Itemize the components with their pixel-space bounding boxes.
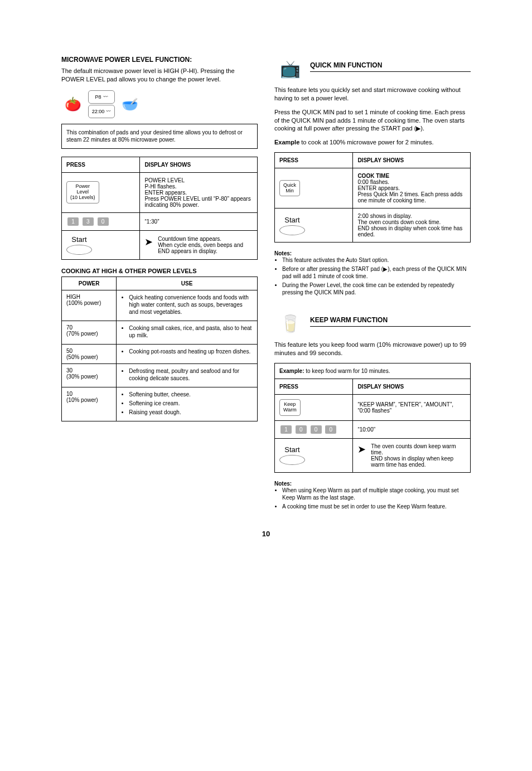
start-button: Start	[279, 216, 305, 235]
table-row: Keep Warm “KEEP WARM”, “ENTER”, “AMOUNT”…	[275, 394, 471, 420]
display-cell: COOK TIME 0:00 flashes. ENTER appears. P…	[353, 168, 471, 208]
power-level-button: Power Level (10 Levels)	[66, 181, 99, 203]
table-row: HIGH (100% power) Quick heating convenie…	[62, 290, 258, 321]
quick-min-intro: This feature lets you quickly set and st…	[274, 86, 471, 103]
keep-warm-notes: Notes: When using Keep Warm as part of m…	[274, 481, 471, 510]
notes-label: Notes:	[274, 250, 292, 256]
bowl-icon: 🥣	[118, 96, 142, 113]
th-power: POWER	[62, 277, 117, 290]
th-display: DISPLAY SHOWS	[353, 153, 471, 168]
p8-display: P8 〰	[88, 90, 115, 104]
press-cell: Keep Warm	[275, 394, 353, 420]
notes-label: Notes:	[274, 481, 292, 487]
keep-warm-button: Keep Warm	[279, 399, 301, 416]
press-cell: Quick Min	[275, 168, 353, 208]
th-press: PRESS	[275, 379, 353, 394]
note-item: Before or after pressing the START pad (…	[282, 265, 471, 280]
use-cell: Quick heating convenience foods and food…	[117, 290, 258, 321]
tomato-icon: 🍅	[61, 96, 85, 113]
table-row: Power Level (10 Levels) POWER LEVEL P-HI…	[62, 172, 258, 212]
table-row: 70 (70% power) Cooking small cakes, rice…	[62, 321, 258, 344]
th-use: USE	[117, 277, 258, 290]
display-cell: POWER LEVEL P-HI flashes. ENTER appears.…	[140, 172, 258, 212]
display-cell: ➤ Countdown time appears. When cycle end…	[140, 230, 258, 259]
press-cell: 1 3 0	[62, 212, 140, 230]
note-item: During the Power Level, the cook time ca…	[282, 282, 471, 296]
note-item: When using Keep Warm as part of multiple…	[282, 487, 471, 501]
keep-warm-title: KEEP WARM FUNCTION	[310, 316, 388, 324]
power-cell: 30 (30% power)	[62, 363, 117, 387]
left-column: MICROWAVE POWER LEVEL FUNCTION: The defa…	[61, 56, 258, 512]
play-arrow-icon: ➤	[357, 444, 366, 455]
quick-min-header: 📺 QUICK MIN FUNCTION	[274, 56, 471, 81]
th-display: DISPLAY SHOWS	[353, 379, 471, 394]
numpad-key: 1	[67, 217, 79, 226]
power-cell: 70 (70% power)	[62, 321, 117, 344]
press-cell: Start	[62, 230, 140, 259]
steam-icon: 〰	[106, 109, 111, 114]
hot-cup-icon: 🥛	[274, 311, 306, 336]
table-row: 50 (50% power) Cooking pot-roasts and he…	[62, 344, 258, 363]
press-cell: Start	[275, 438, 353, 472]
numpad-key: 1	[280, 425, 292, 434]
power-level-intro: The default microwave power level is HIG…	[61, 67, 258, 84]
table-row: 10 (10% power) Softening butter, cheese.…	[62, 387, 258, 421]
table-row: Quick Min COOK TIME 0:00 flashes. ENTER …	[275, 168, 471, 208]
th-display: DISPLAY SHOWS	[140, 157, 258, 172]
keep-warm-step-table: Example: to keep food warm for 10 minute…	[274, 363, 471, 473]
press-cell: Start	[275, 208, 353, 243]
quick-min-intro2: Press the QUICK MIN pad to set 1 minute …	[274, 108, 471, 133]
press-cell: 1 0 0 0	[275, 420, 353, 438]
display-cell: “1:30”	[140, 212, 258, 230]
use-cell: Softening butter, cheese. Softening ice …	[117, 387, 258, 421]
power-cell: 50 (50% power)	[62, 344, 117, 363]
use-cell: Cooking small cakes, rice, and pasta, al…	[117, 321, 258, 344]
display-cell: 2:00 shows in display. The oven counts d…	[353, 208, 471, 243]
power-illustration: 🍅 P8 〰 22:00 〰 🥣	[61, 89, 258, 119]
power-level-title: MICROWAVE POWER LEVEL FUNCTION:	[61, 56, 258, 64]
play-arrow-icon: ➤	[144, 236, 153, 248]
numpad-key: 0	[311, 425, 322, 434]
table-row: 1 0 0 0 “10:00”	[275, 420, 471, 438]
time-display: 22:00 〰	[88, 105, 115, 118]
display-cell: “10:00”	[353, 420, 471, 438]
keep-warm-intro: This feature lets you keep food warm (10…	[274, 341, 471, 357]
power-cell: 10 (10% power)	[62, 387, 117, 421]
display-cell: “KEEP WARM”, “ENTER”, “AMOUNT”, “0:00 fl…	[353, 394, 471, 420]
display-stack: P8 〰 22:00 〰	[88, 89, 115, 119]
power-cell: HIGH (100% power)	[62, 290, 117, 321]
th-press: PRESS	[62, 157, 140, 172]
table-row: 1 3 0 “1:30”	[62, 212, 258, 230]
note-item: A cooking time must be set in order to u…	[282, 503, 471, 510]
example-row: Example: to keep food warm for 10 minute…	[275, 363, 471, 379]
numpad-key: 3	[83, 217, 94, 226]
numpad-key: 0	[98, 217, 109, 226]
steam-icon: 〰	[103, 94, 108, 100]
power-use-table: POWER USE HIGH (100% power) Quick heatin…	[61, 277, 258, 421]
press-cell: Power Level (10 Levels)	[62, 172, 140, 212]
quick-min-example: Example to cook at 100% microwave power …	[274, 138, 471, 147]
numpad-key: 0	[325, 425, 336, 434]
use-cell: Defrosting meat, poultry and seafood and…	[117, 363, 258, 387]
th-press: PRESS	[275, 153, 353, 168]
power-step-table: PRESS DISPLAY SHOWS Power Level (10 Leve…	[61, 157, 258, 260]
numpad-key: 0	[296, 425, 307, 434]
table-row: Start ➤ The oven counts down keep warm t…	[275, 438, 471, 472]
start-button: Start	[66, 235, 92, 255]
cooking-power-header: COOKING AT HIGH & OTHER POWER LEVELS	[61, 268, 258, 274]
display-cell: ➤ The oven counts down keep warm time. E…	[353, 438, 471, 472]
table-row: Start 2:00 shows in display. The oven co…	[275, 208, 471, 243]
table-row: 30 (30% power) Defrosting meat, poultry …	[62, 363, 258, 387]
microwave-icon: 📺	[274, 56, 306, 81]
start-button: Start	[279, 445, 305, 465]
note-item: This feature activates the Auto Start op…	[282, 256, 471, 264]
quick-min-title: QUICK MIN FUNCTION	[310, 61, 382, 69]
table-row: Start ➤ Countdown time appears. When cyc…	[62, 230, 258, 259]
keep-warm-header: 🥛 KEEP WARM FUNCTION	[274, 311, 471, 336]
power-callout: This combination of pads and your desire…	[61, 124, 258, 149]
quick-min-button: Quick Min	[279, 180, 300, 197]
use-cell: Cooking pot-roasts and heating up frozen…	[117, 344, 258, 363]
quick-step-table: PRESS DISPLAY SHOWS Quick Min COOK TIME …	[274, 152, 471, 243]
quick-min-notes: Notes: This feature activates the Auto S…	[274, 250, 471, 296]
right-column: 📺 QUICK MIN FUNCTION This feature lets y…	[274, 56, 471, 512]
